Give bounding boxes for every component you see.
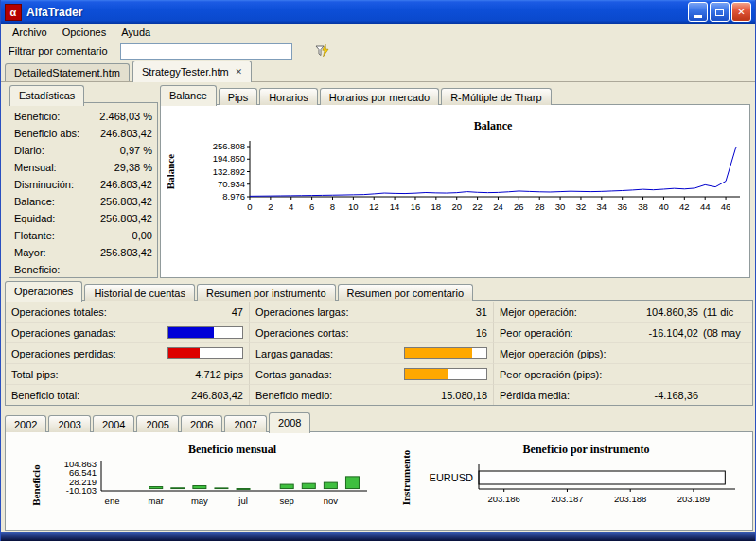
ops-cell: Beneficio total:246.803,42 xyxy=(6,385,250,406)
ops-label: Cortas ganadas: xyxy=(255,369,332,380)
close-tab-icon[interactable]: ✕ xyxy=(236,67,243,77)
chart-tab-horarios[interactable]: Horarios xyxy=(259,88,318,105)
year-tab-2004[interactable]: 2004 xyxy=(93,415,134,432)
svg-text:36: 36 xyxy=(617,201,627,212)
svg-text:Beneficio mensual: Beneficio mensual xyxy=(188,443,277,456)
stat-row: Equidad:256.803,42 xyxy=(14,210,152,227)
stat-label: Beneficio: xyxy=(14,111,60,122)
ops-tab-resumen-por-instrumento[interactable]: Resumen por instrumento xyxy=(197,284,336,301)
ops-note: (11 dic xyxy=(698,306,747,318)
svg-text:38: 38 xyxy=(638,201,648,212)
progress-bar-fill xyxy=(168,348,200,358)
minimize-button[interactable] xyxy=(688,2,708,22)
stat-value: 256.803,42 xyxy=(100,247,152,258)
ops-label: Operaciones ganadas: xyxy=(11,327,116,339)
menu-bar: ArchivoOpcionesAyuda xyxy=(1,24,755,41)
window-bottom-frame xyxy=(1,532,755,541)
svg-text:Beneficio por instrumento: Beneficio por instrumento xyxy=(523,443,650,456)
svg-text:46: 46 xyxy=(721,201,731,212)
svg-text:20: 20 xyxy=(451,201,462,212)
filter-input[interactable] xyxy=(120,43,292,60)
ops-label: Beneficio medio: xyxy=(255,390,332,401)
svg-text:194.850: 194.850 xyxy=(213,153,245,164)
close-button[interactable]: ✕ xyxy=(731,2,751,22)
stat-label: Balance: xyxy=(14,196,55,207)
svg-text:18: 18 xyxy=(431,201,442,212)
menu-ayuda[interactable]: Ayuda xyxy=(114,25,158,40)
ops-tab-historial-de-cuentas[interactable]: Historial de cuentas xyxy=(84,284,195,301)
stat-label: Beneficio abs: xyxy=(14,128,79,139)
year-tab-2007[interactable]: 2007 xyxy=(224,415,266,432)
stat-value: 256.803,42 xyxy=(100,213,152,224)
yearly-results-panel: Beneficio mensualBeneficio104.86366.5412… xyxy=(5,431,753,531)
stats-tab-strip: Estadísticas xyxy=(9,84,86,105)
svg-text:40: 40 xyxy=(659,201,669,212)
svg-text:ene: ene xyxy=(105,496,120,506)
progress-bar xyxy=(167,326,243,339)
ops-label: Mejor operación: xyxy=(500,306,577,318)
svg-text:-10.103: -10.103 xyxy=(66,485,97,496)
window-title: AlfaTrader xyxy=(26,6,688,19)
maximize-button[interactable] xyxy=(710,2,730,22)
svg-text:may: may xyxy=(191,496,208,506)
tab-estadisticas[interactable]: Estadísticas xyxy=(9,85,84,106)
year-tab-2003[interactable]: 2003 xyxy=(48,415,90,432)
svg-text:12: 12 xyxy=(369,201,379,212)
ops-cell: Mejor operación:104.860,35(11 dic xyxy=(494,302,752,323)
svg-text:Balance: Balance xyxy=(165,154,176,189)
progress-bar-fill xyxy=(405,369,448,379)
menu-archivo[interactable]: Archivo xyxy=(5,25,55,40)
stat-row: Beneficio abs:246.803,42 xyxy=(14,125,152,142)
year-tab-2008[interactable]: 2008 xyxy=(269,412,310,433)
chart-tab-balance[interactable]: Balance xyxy=(160,85,217,106)
doc-tab-detailedstatement-htm[interactable]: DetailedStatement.htm xyxy=(5,63,130,81)
svg-text:Beneficio: Beneficio xyxy=(30,464,42,506)
ops-label: Operaciones largas: xyxy=(255,306,348,318)
chart-tab-horarios-por-mercado[interactable]: Horarios por mercado xyxy=(320,88,439,105)
ops-value: 16 xyxy=(348,327,487,339)
stat-value: 246.803,42 xyxy=(100,128,152,139)
filter-lightning-icon[interactable] xyxy=(315,44,330,59)
ops-cell: Beneficio medio:15.080,18 xyxy=(250,385,494,406)
year-tab-2005[interactable]: 2005 xyxy=(136,415,178,432)
svg-text:26: 26 xyxy=(514,201,524,212)
year-tab-2002[interactable]: 2002 xyxy=(5,415,46,432)
ops-value: 31 xyxy=(348,306,487,318)
svg-text:jul: jul xyxy=(237,496,248,506)
ops-label: Pérdida media: xyxy=(500,390,570,401)
stat-row: Beneficio: xyxy=(14,261,152,278)
svg-text:6: 6 xyxy=(309,201,314,212)
progress-bar xyxy=(167,347,243,359)
stat-row: Mensual:29,38 % xyxy=(14,159,152,176)
ops-cell: Mejor operación (pips): xyxy=(494,343,752,364)
stat-row: Diario:0,97 % xyxy=(14,142,152,159)
monthly-profit-chart: Beneficio mensualBeneficio104.86366.5412… xyxy=(11,436,390,529)
filter-bar: Filtrar por comentario xyxy=(1,41,755,61)
stat-label: Mayor: xyxy=(14,247,46,258)
stat-row: Balance:256.803,42 xyxy=(14,193,152,210)
svg-text:42: 42 xyxy=(679,201,690,212)
menu-opciones[interactable]: Opciones xyxy=(55,25,114,40)
ops-label: Peor operación: xyxy=(500,327,573,339)
stat-row: Mayor:256.803,42 xyxy=(14,244,152,261)
window-controls: ✕ xyxy=(688,2,751,22)
svg-text:30: 30 xyxy=(555,201,566,212)
svg-text:32: 32 xyxy=(576,201,587,212)
chart-tab-pips[interactable]: Pips xyxy=(219,88,257,105)
balance-chart: BalanceBalance8.97670.934132.892194.8502… xyxy=(161,105,749,277)
ops-cell: Pérdida media:-4.168,36 xyxy=(494,385,752,406)
ops-label: Largas ganadas: xyxy=(255,348,333,359)
app-icon: α xyxy=(5,4,22,21)
ops-tab-resumen-por-comentario[interactable]: Resumen por comentario xyxy=(338,284,474,301)
ops-tab-operaciones[interactable]: Operaciones xyxy=(5,281,82,302)
doc-tab-strategytester-htm[interactable]: StrategyTester.htm✕ xyxy=(132,61,252,82)
title-bar[interactable]: α AlfaTrader ✕ xyxy=(1,0,755,24)
statistics-panel: Beneficio:2.468,03 %Beneficio abs:246.80… xyxy=(9,102,158,278)
year-tab-2006[interactable]: 2006 xyxy=(181,415,222,432)
svg-text:14: 14 xyxy=(390,201,400,212)
chart-tab-r-m-ltiple-de-tharp[interactable]: R-Múltiple de Tharp xyxy=(441,88,551,105)
stat-label: Mensual: xyxy=(14,162,57,173)
svg-text:EURUSD: EURUSD xyxy=(430,472,474,483)
svg-text:8.976: 8.976 xyxy=(222,191,245,201)
operations-tab-strip: OperacionesHistorial de cuentasResumen p… xyxy=(5,280,475,301)
